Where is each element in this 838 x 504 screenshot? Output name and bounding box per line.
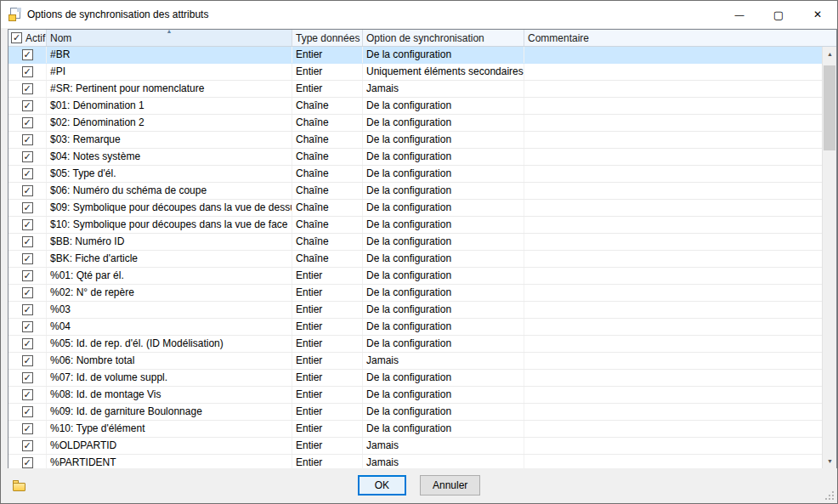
row-commentaire-cell [524,285,822,301]
table-row[interactable]: ✓ %01: Qté par él. Entier De la configur… [8,268,822,285]
row-checkbox[interactable]: ✓ [22,49,33,60]
cancel-button[interactable]: Annuler [420,475,480,496]
table-row[interactable]: ✓ %05: Id. de rep. d'él. (ID Modélisatio… [8,336,822,353]
row-checkbox[interactable]: ✓ [22,185,33,196]
row-commentaire-cell [524,370,822,386]
row-option-cell: De la configuration [363,217,524,233]
row-actif-cell: ✓ [8,166,47,182]
check-icon: ✓ [23,237,31,246]
table-row[interactable]: ✓ $03: Remarque Chaîne De la configurati… [8,132,822,149]
table-row[interactable]: ✓ #BR Entier De la configuration [8,47,822,64]
row-actif-cell: ✓ [8,200,47,216]
table-body: ✓ #BR Entier De la configuration ✓ #PI E… [8,47,822,468]
row-checkbox[interactable]: ✓ [22,287,33,298]
row-type-cell: Chaîne [292,183,363,199]
table-row[interactable]: ✓ %09: Id. de garniture Boulonnage Entie… [8,404,822,421]
row-checkbox[interactable]: ✓ [22,151,33,162]
header-type-donnees[interactable]: Type données [292,30,363,46]
table-row[interactable]: ✓ $02: Dénomination 2 Chaîne De la confi… [8,115,822,132]
table-row[interactable]: ✓ $01: Dénomination 1 Chaîne De la confi… [8,98,822,115]
row-checkbox[interactable]: ✓ [22,457,33,468]
row-checkbox[interactable]: ✓ [22,304,33,315]
table-row[interactable]: ✓ %08: Id. de montage Vis Entier De la c… [8,387,822,404]
sort-asc-icon: ▲ [167,30,173,34]
check-icon: ✓ [23,322,31,331]
row-checkbox[interactable]: ✓ [22,253,33,264]
table-row[interactable]: ✓ #PI Entier Uniquement éléments seconda… [8,64,822,81]
table-row[interactable]: ✓ %06: Nombre total Entier Jamais [8,353,822,370]
header-actif[interactable]: ✓ Actif [8,30,47,46]
dialog-buttons: OK Annuler [1,475,837,496]
row-actif-cell: ✓ [8,149,47,165]
attributes-table: ✓ Actif Nom ▲ Type données Option de syn… [8,29,837,469]
row-checkbox[interactable]: ✓ [22,219,33,230]
table-row[interactable]: ✓ $06: Numéro du schéma de coupe Chaîne … [8,183,822,200]
header-commentaire[interactable]: Commentaire [524,30,836,46]
table-row[interactable]: ✓ $05: Type d'él. Chaîne De la configura… [8,166,822,183]
table-row[interactable]: ✓ %04 Entier De la configuration [8,319,822,336]
row-checkbox[interactable]: ✓ [22,440,33,451]
table-row[interactable]: ✓ $BB: Numéro ID Chaîne De la configurat… [8,234,822,251]
row-checkbox[interactable]: ✓ [22,83,33,94]
minimize-button[interactable]: — [720,1,759,28]
row-checkbox[interactable]: ✓ [22,338,33,349]
arrow-down-icon: ▼ [827,458,833,464]
table-row[interactable]: ✓ %03 Entier De la configuration [8,302,822,319]
row-commentaire-cell [524,183,822,199]
row-type-cell: Entier [292,353,363,369]
vertical-scrollbar[interactable]: ▲ ▼ [822,47,836,468]
row-type-cell: Chaîne [292,234,363,250]
row-checkbox[interactable]: ✓ [22,406,33,417]
row-checkbox[interactable]: ✓ [22,100,33,111]
resize-grip[interactable] [824,490,835,501]
table-row[interactable]: ✓ %10: Type d'élément Entier De la confi… [8,421,822,438]
row-checkbox[interactable]: ✓ [22,66,33,77]
table-row[interactable]: ✓ #SR: Pertinent pour nomenclature Entie… [8,81,822,98]
row-option-cell: De la configuration [363,115,524,131]
row-option-cell: De la configuration [363,166,524,182]
table-row[interactable]: ✓ $BK: Fiche d'article Chaîne De la conf… [8,251,822,268]
row-actif-cell: ✓ [8,455,47,468]
select-all-checkbox[interactable]: ✓ [11,32,22,43]
row-commentaire-cell [524,404,822,420]
check-icon: ✓ [23,135,31,144]
header-option-sync[interactable]: Option de synchronisation [363,30,524,46]
row-checkbox[interactable]: ✓ [22,389,33,400]
row-checkbox[interactable]: ✓ [22,134,33,145]
check-icon: ✓ [23,390,31,399]
row-checkbox[interactable]: ✓ [22,202,33,213]
row-option-cell: De la configuration [363,421,524,437]
row-nom-cell: $BB: Numéro ID [47,234,292,250]
check-icon: ✓ [23,101,31,110]
ok-button[interactable]: OK [358,475,406,496]
table-row[interactable]: ✓ %PARTIDENT Entier Jamais [8,455,822,468]
row-option-cell: De la configuration [363,149,524,165]
scroll-up-button[interactable]: ▲ [823,47,837,61]
row-checkbox[interactable]: ✓ [22,117,33,128]
table-row[interactable]: ✓ $10: Symbolique pour découpes dans la … [8,217,822,234]
close-button[interactable]: ✕ [798,1,837,28]
maximize-button[interactable]: ▢ [759,1,798,28]
row-nom-cell: %01: Qté par él. [47,268,292,284]
scroll-down-button[interactable]: ▼ [823,454,837,468]
row-commentaire-cell [524,251,822,267]
table-row[interactable]: ✓ %OLDPARTID Entier Jamais [8,438,822,455]
row-checkbox[interactable]: ✓ [22,321,33,332]
row-nom-cell: %08: Id. de montage Vis [47,387,292,403]
table-row[interactable]: ✓ $04: Notes système Chaîne De la config… [8,149,822,166]
row-option-cell: De la configuration [363,268,524,284]
table-row[interactable]: ✓ %02: N° de repère Entier De la configu… [8,285,822,302]
row-checkbox[interactable]: ✓ [22,372,33,383]
table-row[interactable]: ✓ %07: Id. de volume suppl. Entier De la… [8,370,822,387]
row-nom-cell: $01: Dénomination 1 [47,98,292,114]
row-type-cell: Entier [292,438,363,454]
header-nom[interactable]: Nom ▲ [47,30,292,46]
row-checkbox[interactable]: ✓ [22,423,33,434]
row-checkbox[interactable]: ✓ [22,168,33,179]
row-checkbox[interactable]: ✓ [22,236,33,247]
table-row[interactable]: ✓ $09: Symbolique pour découpes dans la … [8,200,822,217]
row-checkbox[interactable]: ✓ [22,270,33,281]
row-checkbox[interactable]: ✓ [22,355,33,366]
app-icon [8,8,22,21]
scrollbar-thumb[interactable] [824,65,835,150]
